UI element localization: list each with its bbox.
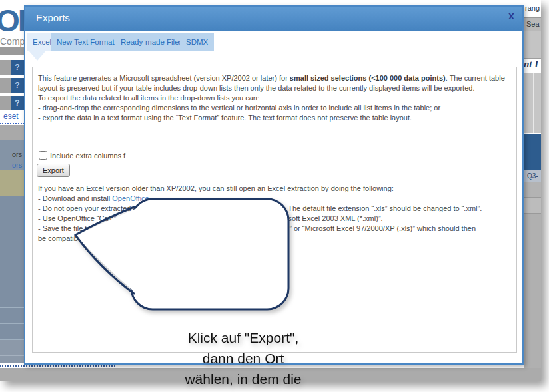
include-extra-columns-checkbox[interactable] xyxy=(39,151,47,160)
table-body-area xyxy=(524,214,541,368)
help-icon[interactable]: ? xyxy=(11,60,24,75)
callout-bubble-shape xyxy=(66,192,296,320)
toolbar-row: ? xyxy=(0,96,24,110)
table-header-cell xyxy=(524,146,541,158)
include-extra-columns-label[interactable]: Include extra columns f xyxy=(50,152,125,160)
tab-new-text-format[interactable]: New Text Format xyxy=(51,33,121,51)
feature-description-line: To export the data related to all items … xyxy=(38,94,259,102)
column-divider xyxy=(533,73,534,133)
sidebar-row xyxy=(0,125,24,140)
sidebar-row[interactable]: ors xyxy=(0,160,24,170)
search-bar-fragment[interactable]: Sea xyxy=(524,17,541,31)
feature-description-line: This feature generates a Microsoft sprea… xyxy=(38,74,505,82)
table-header-cell xyxy=(524,158,541,170)
sidebar-row-selected[interactable] xyxy=(0,170,24,196)
sidebar-row: ors xyxy=(0,149,24,160)
dialog-title: Exports xyxy=(36,12,70,23)
toolbar-row: ? xyxy=(0,60,24,75)
tab-sdmx[interactable]: SDMX xyxy=(180,33,214,51)
export-button[interactable]: Export xyxy=(37,164,70,177)
background-page: OE Comp ? ? ? eset ors ors rang Sea nt I… xyxy=(0,0,541,381)
reset-link-fragment[interactable]: eset xyxy=(3,112,19,121)
excel-export-panel: This feature generates a Microsoft sprea… xyxy=(32,67,517,353)
exports-dialog: Exports x Excel New Text Format Ready-ma… xyxy=(24,5,524,365)
close-icon[interactable]: x xyxy=(508,10,514,22)
sidebar-rows xyxy=(0,196,24,340)
sidebar-rows xyxy=(0,340,24,363)
callout-bubble: Klick auf "Export", dann den Ort wählen,… xyxy=(66,192,296,320)
table-cell xyxy=(524,182,541,198)
feature-description-line: - drag-and-drop the corresponding dimens… xyxy=(38,104,440,112)
logo-subtitle-fragment: Comp xyxy=(0,36,25,47)
table-header-cell xyxy=(524,134,541,146)
quarter-header-cell: Q3- xyxy=(524,170,541,182)
dataset-title-fragment: nt I xyxy=(524,59,538,70)
quarter-label-fragment: Q3- xyxy=(527,172,538,180)
sidebar-row xyxy=(0,140,24,149)
tab-ready-made-files[interactable]: Ready-made Files xyxy=(115,33,189,51)
divider xyxy=(0,365,115,367)
header-bar xyxy=(0,47,24,55)
row-label-fragment: ors xyxy=(12,150,22,158)
search-label-fragment: Sea xyxy=(526,20,540,28)
divider xyxy=(0,123,24,124)
feature-description-line: layout is preserved but if your table in… xyxy=(38,84,474,92)
help-icon[interactable]: ? xyxy=(11,78,24,93)
row-link-fragment[interactable]: ors xyxy=(12,161,22,169)
toolbar-strip xyxy=(524,31,541,59)
active-tab-pointer xyxy=(29,51,46,61)
feature-description-line: - export the data in a text format using… xyxy=(38,114,412,122)
menu-fragment[interactable]: rang xyxy=(525,4,540,12)
toolbar-row: ? xyxy=(0,78,24,93)
callout-text: Klick auf "Export", dann den Ort wählen,… xyxy=(165,327,322,392)
help-icon[interactable]: ? xyxy=(11,96,24,110)
footer-divider xyxy=(119,368,119,381)
table-cell xyxy=(524,198,541,214)
dialog-titlebar[interactable]: Exports x xyxy=(25,7,522,31)
table-header-area xyxy=(524,73,541,133)
openoffice-instructions-line: If you have an Excel version older than … xyxy=(38,184,394,192)
